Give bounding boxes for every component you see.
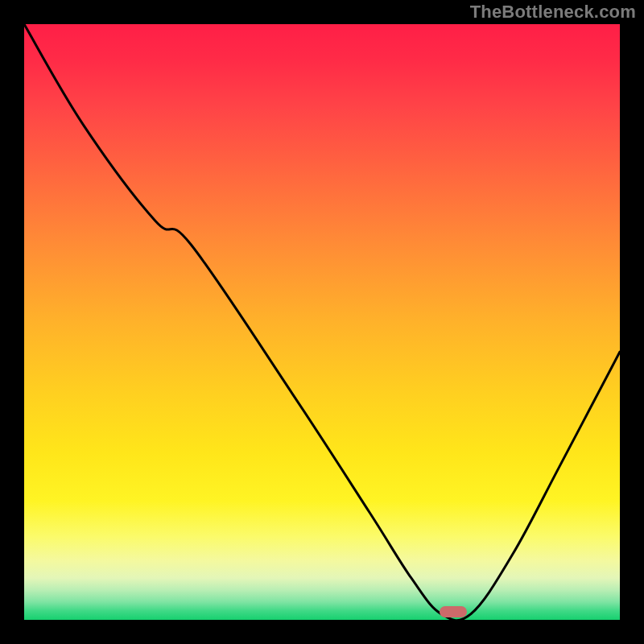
minimum-marker xyxy=(440,606,467,617)
plot-area xyxy=(24,24,620,620)
watermark-text: TheBottleneck.com xyxy=(470,2,636,23)
bottleneck-curve-path xyxy=(24,24,620,620)
chart-container: TheBottleneck.com xyxy=(0,0,644,644)
bottleneck-curve-svg xyxy=(24,24,620,620)
